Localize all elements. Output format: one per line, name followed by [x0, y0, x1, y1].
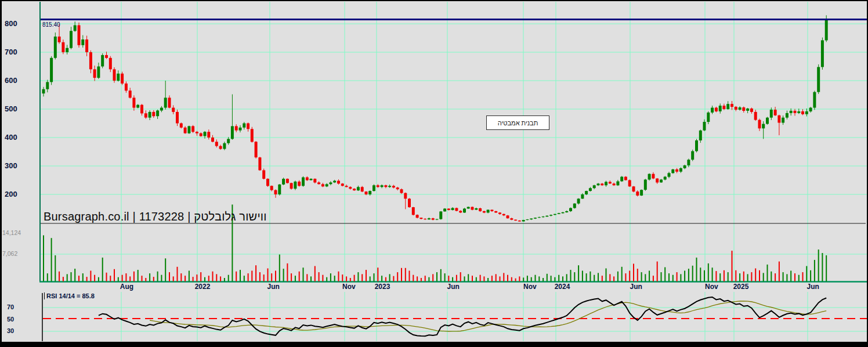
volume-tick-label: 7,062 [2, 250, 17, 257]
time-tick-label: Jun [447, 283, 460, 291]
rsi-tick-label: 50 [7, 316, 14, 323]
time-tick-label: Aug [120, 283, 133, 291]
pattern-annotation-box: תבנית אמבטיה [486, 115, 549, 130]
watermark-title: Bursagraph.co.il | 1173228 | ווישור גלוב… [44, 210, 267, 223]
time-tick-label: Nov [342, 283, 356, 291]
time-tick-label: 2023 [375, 283, 390, 291]
price-tick-label: 600 [5, 76, 17, 85]
price-level-label: 815.40 [42, 21, 60, 28]
price-tick-label: 700 [5, 48, 17, 56]
time-tick-label: Jun [630, 283, 642, 291]
time-tick-label: Nov [705, 283, 718, 291]
price-tick-label: 200 [5, 190, 17, 198]
candlestick-chart-canvas [0, 0, 868, 347]
chart-window: 800700600500400300200 14,1247,062 705030… [0, 0, 868, 347]
rsi-tick-label: 30 [7, 327, 14, 334]
time-tick-label: 2024 [555, 283, 570, 291]
rsi-indicator-label: RSI 14/14 = 85.8 [44, 292, 95, 299]
price-tick-label: 400 [5, 133, 17, 142]
time-tick-label: Jun [267, 283, 280, 291]
volume-tick-label: 14,124 [2, 229, 21, 236]
left-border [0, 0, 2, 347]
top-border [0, 0, 868, 1]
time-tick-label: 2025 [733, 283, 749, 291]
price-tick-label: 500 [5, 104, 17, 113]
price-tick-label: 800 [5, 19, 17, 28]
time-tick-label: Jun [807, 283, 819, 291]
price-tick-label: 300 [5, 161, 17, 170]
rsi-tick-label: 70 [7, 303, 14, 310]
time-tick-label: 2022 [195, 283, 211, 291]
pattern-annotation-text: תבנית אמבטיה [498, 120, 538, 126]
bottom-bar [0, 342, 868, 347]
time-tick-label: Nov [523, 283, 537, 291]
